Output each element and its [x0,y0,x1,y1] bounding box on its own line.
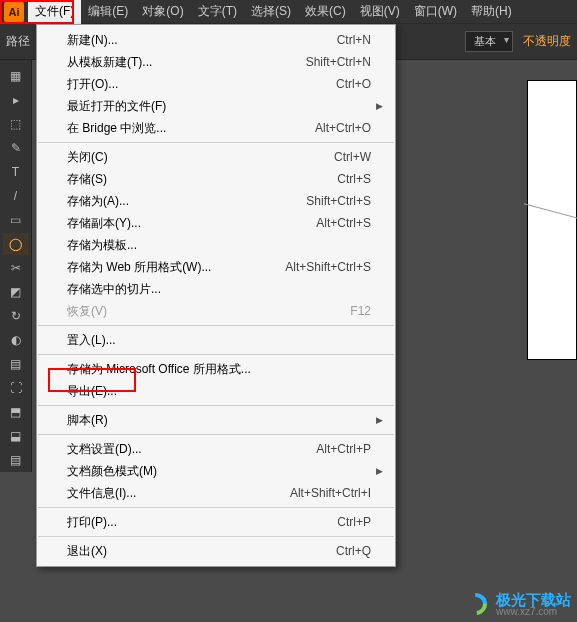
watermark: 极光下载站 www.xz7.com [462,590,571,618]
menu-item-6[interactable]: 关闭(C)Ctrl+W [37,146,395,168]
path-line [524,203,577,219]
tool-mesh[interactable]: ⬓ [3,425,29,447]
menu-item-label: 恢复(V) [67,303,350,320]
menu-item-1[interactable]: 从模板新建(T)...Shift+Ctrl+N [37,51,395,73]
menu-item-11[interactable]: 存储为 Web 所用格式(W)...Alt+Shift+Ctrl+S [37,256,395,278]
menu-item-shortcut: Shift+Ctrl+N [306,55,371,69]
style-dropdown[interactable]: 基本 [465,31,513,52]
menu-item-12[interactable]: 存储选中的切片... [37,278,395,300]
menu-item-9[interactable]: 存储副本(Y)...Alt+Ctrl+S [37,212,395,234]
tool-scale[interactable]: ↻ [3,305,29,327]
app-icon: Ai [4,2,24,22]
menu-separator [38,507,394,508]
menu-item-23[interactable]: 文档颜色模式(M) [37,460,395,482]
menu-item-label: 关闭(C) [67,149,334,166]
menu-select[interactable]: 选择(S) [244,0,298,24]
tool-perspective[interactable]: ⬒ [3,401,29,423]
file-menu-dropdown: 新建(N)...Ctrl+N从模板新建(T)...Shift+Ctrl+N打开(… [36,24,396,567]
menu-edit[interactable]: 编辑(E) [81,0,135,24]
tool-rotate[interactable]: ◩ [3,281,29,303]
tool-width[interactable]: ◐ [3,329,29,351]
menu-item-22[interactable]: 文档设置(D)...Alt+Ctrl+P [37,438,395,460]
menu-item-0[interactable]: 新建(N)...Ctrl+N [37,29,395,51]
tool-shape-builder[interactable]: ⛶ [3,377,29,399]
menu-view[interactable]: 视图(V) [353,0,407,24]
menu-type[interactable]: 文字(T) [191,0,244,24]
tool-rectangle[interactable]: ▭ [3,209,29,231]
menu-separator [38,434,394,435]
menu-item-label: 存储为 Microsoft Office 所用格式... [67,361,371,378]
menu-object[interactable]: 对象(O) [135,0,190,24]
menu-item-3[interactable]: 最近打开的文件(F) [37,95,395,117]
menu-item-label: 存储为(A)... [67,193,306,210]
menu-item-label: 置入(L)... [67,332,371,349]
menu-item-shortcut: Ctrl+N [337,33,371,47]
menu-item-shortcut: Ctrl+P [337,515,371,529]
menu-item-label: 存储(S) [67,171,337,188]
menu-item-label: 新建(N)... [67,32,337,49]
menu-item-label: 文档颜色模式(M) [67,463,371,480]
menu-item-15[interactable]: 置入(L)... [37,329,395,351]
menu-separator [38,536,394,537]
tool-free-transform[interactable]: ▤ [3,353,29,375]
tool-gradient[interactable]: ▤ [3,449,29,471]
menu-item-label: 存储为 Web 所用格式(W)... [67,259,285,276]
menu-item-2[interactable]: 打开(O)...Ctrl+O [37,73,395,95]
menu-item-label: 存储副本(Y)... [67,215,316,232]
menu-item-label: 打印(P)... [67,514,337,531]
menu-item-label: 退出(X) [67,543,336,560]
menu-item-7[interactable]: 存储(S)Ctrl+S [37,168,395,190]
tool-brush[interactable]: ◯ [3,233,29,255]
menu-help[interactable]: 帮助(H) [464,0,519,24]
menu-item-8[interactable]: 存储为(A)...Shift+Ctrl+S [37,190,395,212]
menu-item-shortcut: Alt+Ctrl+S [316,216,371,230]
menu-separator [38,354,394,355]
menu-item-shortcut: F12 [350,304,371,318]
menu-item-label: 脚本(R) [67,412,371,429]
menu-separator [38,142,394,143]
menu-item-shortcut: Alt+Shift+Ctrl+S [285,260,371,274]
watermark-logo-icon [462,590,490,618]
menu-item-18[interactable]: 导出(E)... [37,380,395,402]
menu-item-shortcut: Alt+Ctrl+O [315,121,371,135]
menu-item-label: 最近打开的文件(F) [67,98,371,115]
menu-separator [38,325,394,326]
menu-item-label: 存储为模板... [67,237,371,254]
menu-item-shortcut: Ctrl+S [337,172,371,186]
menu-item-label: 在 Bridge 中浏览... [67,120,315,137]
menu-item-label: 从模板新建(T)... [67,54,306,71]
tool-selection[interactable]: ▦ [3,65,29,87]
tool-direct-select[interactable]: ▸ [3,89,29,111]
menu-item-13: 恢复(V)F12 [37,300,395,322]
menu-item-28[interactable]: 退出(X)Ctrl+Q [37,540,395,562]
menu-item-label: 文档设置(D)... [67,441,316,458]
menu-item-shortcut: Ctrl+W [334,150,371,164]
menu-item-label: 文件信息(I)... [67,485,290,502]
artboard [527,80,577,360]
tool-scissors[interactable]: ✂ [3,257,29,279]
path-label: 路径 [6,33,30,50]
menu-item-shortcut: Shift+Ctrl+S [306,194,371,208]
menu-item-shortcut: Ctrl+O [336,77,371,91]
menu-item-label: 导出(E)... [67,383,371,400]
menu-item-label: 存储选中的切片... [67,281,371,298]
tool-panel: ▦ ▸ ⬚ ✎ T / ▭ ◯ ✂ ◩ ↻ ◐ ▤ ⛶ ⬒ ⬓ ▤ [0,60,32,472]
menu-item-10[interactable]: 存储为模板... [37,234,395,256]
tool-type[interactable]: T [3,161,29,183]
watermark-url: www.xz7.com [496,607,571,617]
tool-pen[interactable]: ✎ [3,137,29,159]
opacity-label: 不透明度 [523,33,571,50]
watermark-title: 极光下载站 [496,592,571,607]
menu-item-17[interactable]: 存储为 Microsoft Office 所用格式... [37,358,395,380]
menu-item-4[interactable]: 在 Bridge 中浏览...Alt+Ctrl+O [37,117,395,139]
menu-effect[interactable]: 效果(C) [298,0,353,24]
menu-item-20[interactable]: 脚本(R) [37,409,395,431]
menu-window[interactable]: 窗口(W) [407,0,464,24]
menu-item-26[interactable]: 打印(P)...Ctrl+P [37,511,395,533]
tool-wand[interactable]: ⬚ [3,113,29,135]
menu-item-shortcut: Alt+Ctrl+P [316,442,371,456]
menu-item-24[interactable]: 文件信息(I)...Alt+Shift+Ctrl+I [37,482,395,504]
menu-item-shortcut: Alt+Shift+Ctrl+I [290,486,371,500]
tool-line[interactable]: / [3,185,29,207]
menu-file[interactable]: 文件(F) [28,0,81,24]
